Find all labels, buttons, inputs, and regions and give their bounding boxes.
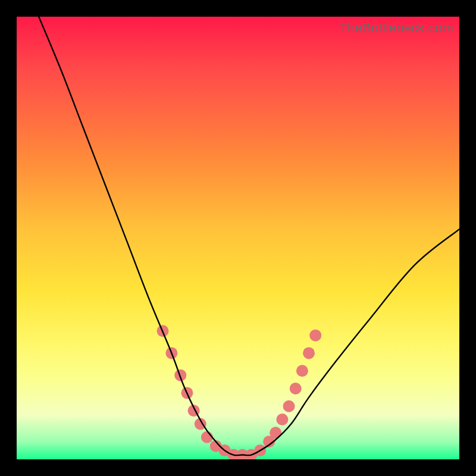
outer-frame: TheBottleneck.com xyxy=(0,0,476,476)
curve-marker xyxy=(309,330,321,342)
markers-group xyxy=(157,325,322,459)
bottleneck-curve xyxy=(39,17,459,455)
curve-marker xyxy=(296,365,308,377)
curve-marker xyxy=(283,400,295,412)
curve-marker xyxy=(303,347,315,359)
curve-marker xyxy=(290,383,302,394)
plot-area: TheBottleneck.com xyxy=(17,17,459,459)
curve-marker xyxy=(276,414,288,425)
curve-marker xyxy=(270,427,281,439)
chart-svg xyxy=(17,17,459,459)
